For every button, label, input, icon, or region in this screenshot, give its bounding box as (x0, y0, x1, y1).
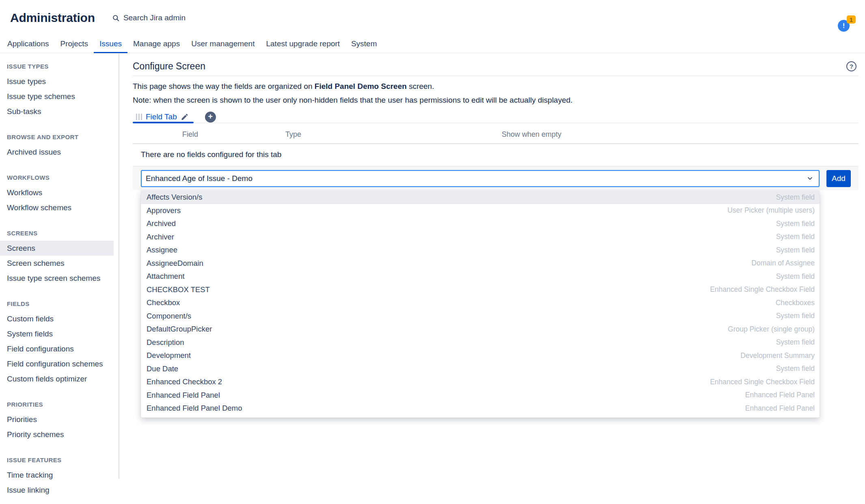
nav-tab-issues[interactable]: Issues (94, 36, 127, 53)
search-icon (112, 14, 120, 22)
dropdown-option-description[interactable]: DescriptionSystem field (141, 336, 820, 349)
sidebar-item-time-tracking[interactable]: Time tracking (0, 467, 114, 482)
field-dropdown: Affects Version/sSystem fieldApproversUs… (141, 191, 820, 418)
screen-tabs-row: Field Tab + (133, 111, 859, 123)
page-note: Note: when the screen is shown to the us… (133, 96, 859, 105)
dropdown-option-assignee[interactable]: AssigneeSystem field (141, 243, 820, 257)
chevron-down-icon (807, 175, 813, 181)
field-select[interactable]: Enhanced Age of Issue - Demo (141, 170, 820, 187)
column-header-show-when-empty: Show when empty (502, 130, 561, 139)
nav-tab-manage-apps[interactable]: Manage apps (127, 36, 186, 53)
dropdown-option-checkbox[interactable]: CheckboxCheckboxes (141, 296, 820, 310)
screen-name: Field Panel Demo Screen (315, 82, 407, 90)
sidebar-item-workflow-schemes[interactable]: Workflow schemes (0, 200, 114, 215)
dropdown-option-development[interactable]: DevelopmentDevelopment Summary (141, 349, 820, 362)
option-type: System field (776, 338, 815, 347)
dropdown-option-attachment[interactable]: AttachmentSystem field (141, 270, 820, 283)
option-label: Archived (147, 219, 176, 228)
help-icon[interactable]: ? (846, 61, 856, 71)
page-description: This page shows the way the fields are o… (133, 82, 859, 91)
dropdown-option-assigneedomain[interactable]: AssigneeDomainDomain of Assignee (141, 257, 820, 270)
sidebar: ISSUE TYPESIssue typesIssue type schemes… (0, 53, 119, 479)
option-label: Archiver (147, 233, 174, 241)
option-type: System field (776, 193, 815, 202)
option-label: Component/s (147, 312, 191, 321)
add-tab-button[interactable]: + (205, 112, 216, 123)
admin-search[interactable]: Search Jira admin (112, 13, 186, 22)
option-type: System field (776, 220, 815, 228)
app-header: Administration Search Jira admin ! 1 (0, 0, 865, 36)
dropdown-option-component-s[interactable]: Component/sSystem field (141, 310, 820, 323)
dropdown-option-enhanced-checkbox-2[interactable]: Enhanced Checkbox 2Enhanced Single Check… (141, 375, 820, 389)
add-field-button[interactable]: Add (826, 170, 851, 187)
sidebar-item-issue-type-schemes[interactable]: Issue type schemes (0, 89, 114, 104)
option-label: Enhanced Field Panel (147, 391, 220, 400)
nav-tab-system[interactable]: System (345, 36, 382, 53)
description-prefix: This page shows the way the fields are o… (133, 82, 315, 90)
tab-field-tab[interactable]: Field Tab (133, 111, 194, 123)
nav-tab-applications[interactable]: Applications (2, 36, 54, 53)
dropdown-option-archiver[interactable]: ArchiverSystem field (141, 230, 820, 244)
option-label: Approvers (147, 206, 181, 215)
sidebar-section-issue-types: ISSUE TYPESIssue typesIssue type schemes… (0, 63, 119, 119)
dropdown-option-enhanced-field-panel-demo[interactable]: Enhanced Field Panel DemoEnhanced Field … (141, 402, 820, 415)
sidebar-item-priority-schemes[interactable]: Priority schemes (0, 427, 114, 442)
dropdown-option-due-date[interactable]: Due DateSystem field (141, 362, 820, 376)
option-type: Enhanced Single Checkbox Field (710, 285, 815, 294)
page-body: ISSUE TYPESIssue typesIssue type schemes… (0, 53, 865, 504)
option-label: CHECKBOX TEST (147, 285, 210, 294)
dropdown-option-approvers[interactable]: ApproversUser Picker (multiple users) (141, 204, 820, 218)
option-label: Enhanced Field Panel Demo (147, 404, 242, 413)
description-suffix: screen. (407, 82, 434, 90)
option-label: Assignee (147, 246, 177, 254)
sidebar-item-archived-issues[interactable]: Archived issues (0, 144, 114, 159)
sidebar-item-screen-schemes[interactable]: Screen schemes (0, 256, 114, 271)
main-content: Configure Screen ? This page shows the w… (119, 53, 865, 504)
sidebar-section-heading: SCREENS (0, 230, 119, 237)
sidebar-section-heading: ISSUE TYPES (0, 63, 119, 70)
edit-pencil-icon[interactable] (181, 113, 189, 121)
dropdown-option-defaultgrouppicker[interactable]: DefaultGroupPickerGroup Picker (single g… (141, 323, 820, 336)
nav-tab-projects[interactable]: Projects (54, 36, 94, 53)
sidebar-item-custom-fields-optimizer[interactable]: Custom fields optimizer (0, 371, 114, 386)
sidebar-section-workflows: WORKFLOWSWorkflowsWorkflow schemes (0, 174, 119, 215)
sidebar-item-priorities[interactable]: Priorities (0, 412, 114, 427)
option-label: AssigneeDomain (147, 259, 203, 268)
empty-table-message: There are no fields configured for this … (133, 144, 859, 166)
sidebar-item-issue-types[interactable]: Issue types (0, 74, 114, 89)
sidebar-section-issue-features: ISSUE FEATURESTime trackingIssue linking (0, 457, 119, 498)
nav-tab-latest-upgrade-report[interactable]: Latest upgrade report (260, 36, 345, 53)
sidebar-item-issue-type-screen-schemes[interactable]: Issue type screen schemes (0, 271, 114, 286)
option-label: Due Date (147, 364, 178, 373)
dropdown-option-checkbox-test[interactable]: CHECKBOX TESTEnhanced Single Checkbox Fi… (141, 283, 820, 297)
dropdown-option-enhanced-field-panel[interactable]: Enhanced Field PanelEnhanced Field Panel (141, 389, 820, 402)
sidebar-item-system-fields[interactable]: System fields (0, 326, 114, 341)
title-divider (133, 75, 859, 76)
column-header-type: Type (285, 130, 301, 139)
add-field-row: Enhanced Age of Issue - Demo Add Affects… (133, 166, 859, 190)
admin-nav: ApplicationsProjectsIssuesManage appsUse… (0, 36, 865, 53)
sidebar-item-field-configuration-schemes[interactable]: Field configuration schemes (0, 356, 114, 371)
option-type: Development Summary (740, 351, 815, 360)
sidebar-section-priorities: PRIORITIESPrioritiesPriority schemes (0, 401, 119, 442)
sidebar-item-screens[interactable]: Screens (0, 241, 114, 256)
field-select-value: Enhanced Age of Issue - Demo (146, 174, 252, 183)
sidebar-section-screens: SCREENSScreensScreen schemesIssue type s… (0, 230, 119, 286)
option-type: Group Picker (single group) (728, 325, 815, 334)
sidebar-item-sub-tasks[interactable]: Sub-tasks (0, 104, 114, 119)
sidebar-item-custom-fields[interactable]: Custom fields (0, 311, 114, 326)
option-type: System field (776, 312, 815, 320)
option-label: Development (147, 351, 191, 360)
drag-handle-icon[interactable] (136, 114, 142, 120)
sidebar-item-issue-linking[interactable]: Issue linking (0, 482, 114, 498)
dropdown-option-archived[interactable]: ArchivedSystem field (141, 217, 820, 230)
notification-icon[interactable]: ! 1 (838, 15, 856, 32)
option-type: Enhanced Field Panel (745, 391, 815, 399)
nav-tab-user-management[interactable]: User management (186, 36, 260, 53)
dropdown-option-affects-version-s[interactable]: Affects Version/sSystem field (141, 191, 820, 204)
sidebar-section-heading: BROWSE AND EXPORT (0, 134, 119, 140)
option-type: System field (776, 272, 815, 281)
sidebar-item-workflows[interactable]: Workflows (0, 185, 114, 200)
option-label: Enhanced Checkbox 2 (147, 377, 222, 386)
sidebar-item-field-configurations[interactable]: Field configurations (0, 341, 114, 356)
